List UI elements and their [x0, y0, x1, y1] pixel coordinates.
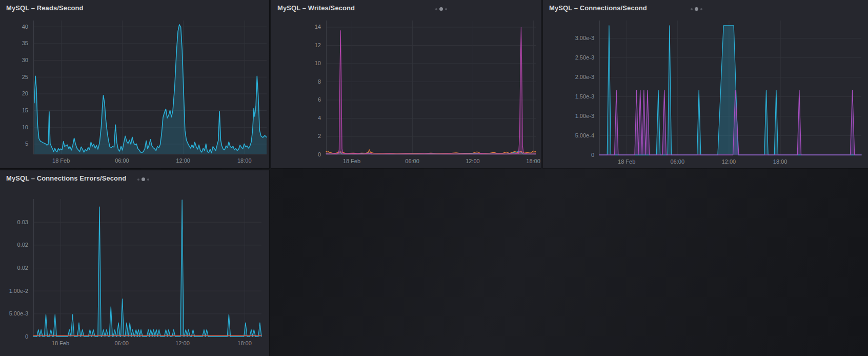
y-axis-tick-label: 0 — [0, 333, 28, 340]
x-axis-tick-label: 18 Feb — [343, 158, 360, 164]
y-axis-tick-label: 5.00e-3 — [0, 310, 28, 317]
x-axis-tick-label: 18:00 — [237, 157, 252, 164]
x-axis-tick-label: 18:00 — [773, 159, 788, 165]
x-axis-tick-label: 12:00 — [466, 158, 480, 164]
y-axis-tick-label: 35 — [0, 40, 28, 46]
y-axis-tick-label: 3.00e-3 — [543, 35, 594, 41]
x-axis-tick-label: 18 Feb — [52, 340, 69, 346]
y-axis-tick-label: 0.02 — [0, 265, 28, 271]
panel-mysql-connections-errors-per-second: MySQL – Connections Errors/Second 0.030.… — [0, 170, 269, 356]
panel-mysql-connections-per-second: MySQL – Connections/Second 3.00e-32.50e-… — [543, 0, 868, 168]
y-axis-tick-label: 12 — [271, 42, 321, 48]
y-axis-tick-label: 0 — [543, 152, 594, 158]
x-axis-tick-label: 18 Feb — [618, 159, 635, 165]
series-area-writes-purple — [326, 27, 536, 154]
y-axis-tick-label: 14 — [271, 24, 321, 30]
x-axis-tick-label: 06:00 — [405, 158, 419, 164]
y-axis-tick-label: 10 — [0, 124, 28, 130]
y-axis-tick-label: 2.50e-3 — [543, 54, 594, 61]
y-axis-tick-label: 4 — [271, 115, 321, 121]
y-axis-tick-label: 1.00e-3 — [543, 113, 594, 119]
x-axis-tick-label: 06:00 — [114, 340, 129, 346]
y-axis-tick-label: 2 — [271, 133, 321, 139]
x-axis-tick-label: 06:00 — [115, 157, 129, 164]
y-axis-tick-label: 20 — [0, 90, 28, 96]
chart-canvas[interactable] — [0, 0, 269, 168]
y-axis-tick-label: 0.02 — [0, 242, 28, 248]
y-axis-tick-label: 5 — [0, 141, 28, 147]
y-axis-tick-label: 6 — [271, 96, 321, 103]
x-axis-tick-label: 18:00 — [526, 158, 540, 164]
x-axis-tick-label: 06:00 — [671, 159, 685, 165]
x-axis-tick-label: 12:00 — [176, 157, 190, 164]
grafana-dashboard: MySQL – Reads/Second 40353025201510518 F… — [0, 0, 868, 356]
y-axis-tick-label: 5.00e-4 — [543, 132, 594, 139]
y-axis-tick-label: 25 — [0, 74, 28, 80]
y-axis-tick-label: 40 — [0, 24, 28, 30]
y-axis-tick-label: 1.00e-2 — [0, 288, 28, 294]
panel-mysql-writes-per-second: MySQL – Writes/Second 1412108642018 Feb0… — [271, 0, 541, 168]
y-axis-tick-label: 8 — [271, 78, 321, 85]
panel-mysql-reads-per-second: MySQL – Reads/Second 40353025201510518 F… — [0, 0, 269, 168]
y-axis-tick-label: 1.50e-3 — [543, 93, 594, 100]
y-axis-tick-label: 15 — [0, 107, 28, 113]
x-axis-tick-label: 12:00 — [175, 340, 190, 346]
x-axis-tick-label: 18:00 — [237, 340, 252, 346]
y-axis-tick-label: 30 — [0, 57, 28, 63]
series-line-writes-purple — [326, 27, 536, 154]
series-line-writes-orange — [326, 150, 536, 153]
x-axis-tick-label: 18 Feb — [52, 157, 70, 164]
y-axis-tick-label: 0 — [271, 151, 321, 157]
x-axis-tick-label: 12:00 — [722, 159, 736, 165]
chart-canvas[interactable] — [0, 170, 269, 356]
y-axis-tick-label: 10 — [271, 60, 321, 66]
y-axis-tick-label: 0.03 — [0, 219, 28, 225]
series-area-reads — [34, 25, 267, 154]
y-axis-tick-label: 2.00e-3 — [543, 74, 594, 80]
chart-canvas[interactable] — [543, 0, 868, 168]
